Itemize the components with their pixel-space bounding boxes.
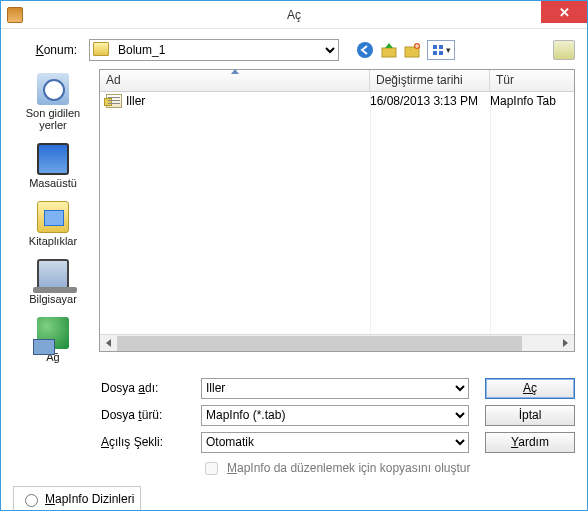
main-area: Son gidilen yerler Masaüstü Kitaplıklar … (13, 69, 575, 370)
file-rows[interactable]: Iller 16/08/2013 3:13 PM MapInfo Tab (100, 92, 574, 334)
radio-mapinfo[interactable]: MapInfo Dizinleri (20, 491, 134, 507)
radio-standard[interactable]: Standart Yerler (20, 507, 134, 511)
column-date-label: Değiştirme tarihi (376, 73, 463, 87)
scroll-right-button[interactable] (557, 335, 574, 351)
sidebar-item-label: Kitaplıklar (13, 235, 93, 247)
file-name: Iller (126, 94, 145, 108)
back-icon[interactable] (355, 40, 375, 60)
cancel-button[interactable]: İptal (485, 405, 575, 426)
open-button[interactable]: Aç (485, 378, 575, 399)
sidebar-item-desktop[interactable]: Masaüstü (13, 139, 93, 195)
file-date: 16/08/2013 3:13 PM (370, 94, 490, 108)
location-select-wrap: Bolum_1 (89, 39, 339, 61)
dialog-buttons: Aç İptal Yardım (485, 378, 575, 478)
filetype-label: Dosya türü: (101, 408, 191, 422)
titlebar: Aç ✕ (1, 1, 587, 29)
column-headers: Ad Değiştirme tarihi Tür (100, 70, 574, 92)
location-label: Konum: (13, 43, 83, 57)
computer-icon (37, 259, 69, 291)
network-icon (37, 317, 69, 349)
column-type[interactable]: Tür (490, 70, 574, 91)
sidebar-item-label: Bilgisayar (13, 293, 93, 305)
column-name[interactable]: Ad (100, 70, 370, 91)
svg-point-0 (357, 42, 373, 58)
form-area: Dosya adı: Iller Dosya türü: MapInfo (*.… (101, 378, 477, 478)
dialog-content: Konum: Bolum_1 ▾ (1, 29, 587, 511)
column-divider (490, 92, 491, 334)
radio-standard-label: Standart Yerler (45, 508, 124, 511)
sidebar-item-label: Son gidilen yerler (13, 107, 93, 131)
horizontal-scrollbar[interactable] (100, 334, 574, 351)
column-type-label: Tür (496, 73, 514, 87)
file-list: Ad Değiştirme tarihi Tür Iller 16/08/201… (99, 69, 575, 352)
sidebar-item-recent[interactable]: Son gidilen yerler (13, 69, 93, 137)
file-row[interactable]: Iller 16/08/2013 3:13 PM MapInfo Tab (100, 92, 574, 110)
window-title: Aç (1, 8, 587, 22)
sidebar-item-computer[interactable]: Bilgisayar (13, 255, 93, 311)
up-icon[interactable] (379, 40, 399, 60)
desktop-icon (37, 143, 69, 175)
sort-ascending-icon (231, 69, 239, 74)
svg-rect-1 (382, 48, 396, 57)
mapinfo-tab-icon (106, 94, 122, 108)
file-type: MapInfo Tab (490, 94, 568, 108)
scroll-track[interactable] (117, 335, 557, 351)
mapinfo-places-icon[interactable] (553, 40, 575, 60)
filename-label: Dosya adı: (101, 381, 191, 395)
close-button[interactable]: ✕ (541, 1, 587, 23)
scroll-left-button[interactable] (100, 335, 117, 351)
view-menu-icon[interactable]: ▾ (427, 40, 455, 60)
bottom-panel: Dosya adı: Iller Dosya türü: MapInfo (*.… (13, 378, 575, 478)
folder-icon (93, 42, 109, 56)
create-copy-checkbox (205, 462, 218, 475)
column-name-label: Ad (106, 73, 121, 87)
filetype-field[interactable]: MapInfo (*.tab) (201, 405, 469, 426)
location-select[interactable]: Bolum_1 (89, 39, 339, 61)
directory-mode-group: MapInfo Dizinleri Standart Yerler (13, 486, 141, 511)
create-copy-label: MapInfo da düzenlemek için kopyasını olu… (227, 461, 470, 475)
places-sidebar: Son gidilen yerler Masaüstü Kitaplıklar … (13, 69, 93, 370)
sidebar-item-label: Masaüstü (13, 177, 93, 189)
sidebar-item-libraries[interactable]: Kitaplıklar (13, 197, 93, 253)
recent-icon (37, 73, 69, 105)
filename-field[interactable]: Iller (201, 378, 469, 399)
openmode-field[interactable]: Otomatik (201, 432, 469, 453)
sidebar-item-network[interactable]: Ağ (13, 313, 93, 369)
new-folder-icon[interactable] (403, 40, 423, 60)
libraries-icon (37, 201, 69, 233)
help-button[interactable]: Yardım (485, 432, 575, 453)
openmode-label: Açılış Şekli: (101, 435, 191, 449)
scroll-thumb[interactable] (117, 336, 522, 351)
nav-icons: ▾ (355, 40, 455, 60)
column-divider (370, 92, 371, 334)
location-row: Konum: Bolum_1 ▾ (13, 39, 575, 61)
radio-mapinfo-input[interactable] (25, 494, 38, 507)
radio-mapinfo-label: MapInfo Dizinleri (45, 492, 134, 506)
column-date[interactable]: Değiştirme tarihi (370, 70, 490, 91)
